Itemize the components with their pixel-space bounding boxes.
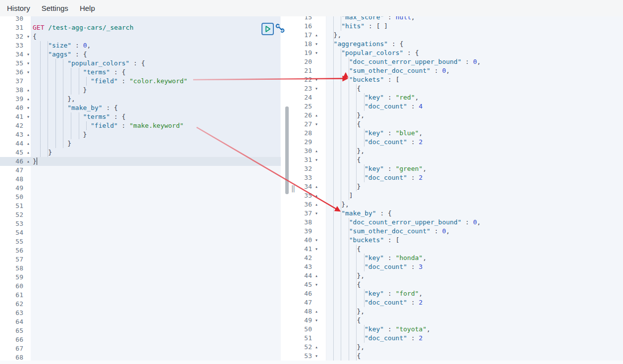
request-code-line[interactable]: "size" : 0,	[33, 41, 91, 50]
response-code-line[interactable]: "buckets" : [	[326, 75, 400, 84]
menu-item-history[interactable]: History	[7, 4, 30, 12]
response-code-line[interactable]: "hits" : [ ]	[326, 22, 388, 31]
fold-open-icon[interactable]: ▾	[313, 209, 319, 218]
request-code-line[interactable]: GET /test-agg-cars/_search	[33, 23, 134, 32]
response-code-line[interactable]: "doc_count_error_upper_bound" : 0,	[326, 57, 481, 66]
fold-close-icon[interactable]: ▴	[313, 307, 319, 316]
response-code-line[interactable]: "sum_other_doc_count" : 0,	[326, 66, 450, 75]
response-code-line[interactable]: "key" : "green",	[326, 164, 426, 173]
response-code-line[interactable]: ]	[326, 191, 353, 200]
fold-close-icon[interactable]: ▴	[313, 191, 319, 200]
response-code-line[interactable]: "doc_count" : 2	[326, 138, 422, 147]
fold-open-icon[interactable]: ▾	[25, 32, 31, 41]
send-request-button[interactable]	[261, 23, 274, 35]
response-code-line[interactable]: "key" : "blue",	[326, 129, 422, 138]
response-code-line[interactable]: "doc_count" : 2	[326, 173, 422, 182]
request-code-line[interactable]: "field" : "make.keyword"	[33, 121, 184, 130]
line-number: 16	[297, 22, 312, 31]
request-options-button[interactable]	[274, 22, 286, 34]
fold-open-icon[interactable]: ▾	[313, 236, 319, 245]
menu-item-settings[interactable]: Settings	[42, 4, 68, 12]
fold-open-icon[interactable]: ▾	[313, 156, 319, 164]
response-code-line[interactable]: "doc_count" : 3	[326, 262, 422, 271]
response-code-line[interactable]: {	[326, 245, 361, 254]
fold-close-icon[interactable]: ▴	[313, 182, 319, 191]
response-code-line[interactable]: {	[326, 156, 361, 164]
request-code-line[interactable]: }	[33, 157, 37, 166]
request-code-line[interactable]: "field" : "color.keyword"	[33, 77, 188, 86]
request-code-line[interactable]: }	[33, 130, 87, 139]
editor-scrollbar-thumb[interactable]	[285, 106, 289, 194]
fold-close-icon[interactable]: ▴	[25, 148, 31, 157]
menu-item-help[interactable]: Help	[80, 4, 95, 12]
response-code-line[interactable]: "doc_count" : 2	[326, 334, 422, 343]
response-code-line[interactable]: "doc_count" : 2	[326, 298, 422, 307]
fold-open-icon[interactable]: ▾	[25, 59, 31, 68]
pane-resizer-handle[interactable]: ‖	[289, 183, 298, 194]
response-code-line[interactable]: },	[326, 271, 364, 280]
fold-close-icon[interactable]: ▴	[313, 271, 319, 280]
response-code-line[interactable]: "make_by" : {	[326, 209, 392, 218]
response-code-line[interactable]: {	[326, 280, 361, 289]
fold-open-icon[interactable]: ▾	[313, 120, 319, 129]
fold-open-icon[interactable]: ▾	[313, 84, 319, 93]
response-code-line[interactable]: },	[326, 147, 364, 156]
response-code-line[interactable]: "buckets" : [	[326, 236, 400, 245]
request-code-line[interactable]: }	[33, 86, 87, 95]
request-code-line[interactable]: "terms" : {	[33, 68, 126, 77]
response-code-line[interactable]: "max_score" : null,	[326, 16, 415, 22]
request-editor-pane[interactable]: 303132▾3334▾35▾36▾3738▴39▴40▾41▾4243▴44▴…	[0, 16, 297, 364]
response-code-line[interactable]: "sum_other_doc_count" : 0,	[326, 227, 450, 236]
response-code-line[interactable]: {	[326, 352, 361, 361]
request-code-line[interactable]: "aggs" : {	[33, 50, 87, 59]
request-code-line[interactable]: }	[33, 139, 71, 148]
fold-close-icon[interactable]: ▴	[25, 130, 31, 139]
request-code-line[interactable]: "terms" : {	[33, 112, 126, 121]
fold-close-icon[interactable]: ▴	[313, 31, 319, 40]
response-code-line[interactable]: {	[326, 84, 361, 93]
request-code-line[interactable]: },	[33, 95, 75, 104]
fold-open-icon[interactable]: ▾	[313, 245, 319, 254]
fold-open-icon[interactable]: ▾	[313, 352, 319, 361]
fold-open-icon[interactable]: ▾	[25, 104, 31, 112]
response-code-line[interactable]: "key" : "ford",	[326, 289, 422, 298]
response-viewer-pane[interactable]: 151617▴18▾19▾202122▾23▾242526▴27▾282930▴…	[297, 16, 623, 364]
request-code-line[interactable]: "make_by" : {	[33, 104, 118, 112]
fold-open-icon[interactable]: ▾	[25, 112, 31, 121]
response-code-line[interactable]: },	[326, 31, 341, 40]
response-code-line[interactable]: },	[326, 200, 349, 209]
fold-open-icon[interactable]: ▾	[313, 49, 319, 57]
response-code-line[interactable]: "key" : "honda",	[326, 254, 426, 262]
response-code-line[interactable]: "key" : "toyota",	[326, 325, 430, 334]
request-code-line[interactable]: }	[33, 148, 52, 157]
response-code-line[interactable]: "doc_count" : 4	[326, 102, 422, 111]
response-code-line[interactable]: "popular_colors" : {	[326, 49, 419, 57]
response-code-line[interactable]: {	[326, 120, 361, 129]
response-code-line[interactable]: },	[326, 111, 364, 120]
fold-close-icon[interactable]: ▴	[313, 111, 319, 120]
fold-open-icon[interactable]: ▾	[313, 316, 319, 325]
fold-close-icon[interactable]: ▴	[25, 139, 31, 148]
fold-close-icon[interactable]: ▴	[313, 147, 319, 156]
response-code-line[interactable]: "aggregations" : {	[326, 40, 403, 49]
fold-close-icon[interactable]: ▴	[25, 157, 31, 166]
request-code-line[interactable]: "popular_colors" : {	[33, 59, 145, 68]
fold-open-icon[interactable]: ▾	[25, 68, 31, 77]
fold-close-icon[interactable]: ▴	[313, 200, 319, 209]
fold-open-icon[interactable]: ▾	[313, 280, 319, 289]
fold-close-icon[interactable]: ▴	[25, 95, 31, 104]
fold-close-icon[interactable]: ▴	[25, 86, 31, 95]
request-code-line[interactable]: {	[33, 32, 37, 41]
line-number: 37	[0, 77, 23, 86]
response-code-line[interactable]: },	[326, 307, 364, 316]
fold-open-icon[interactable]: ▾	[313, 75, 319, 84]
response-code-line[interactable]: "key" : "red",	[326, 93, 419, 102]
response-code-line[interactable]: {	[326, 316, 361, 325]
response-code-line[interactable]: },	[326, 343, 364, 352]
response-code-line[interactable]: "doc_count_error_upper_bound" : 0,	[326, 218, 481, 227]
fold-close-icon[interactable]: ▴	[313, 343, 319, 352]
line-number: 65	[0, 326, 23, 335]
response-code-line[interactable]: }	[326, 182, 361, 191]
fold-open-icon[interactable]: ▾	[25, 50, 31, 59]
fold-open-icon[interactable]: ▾	[313, 40, 319, 49]
